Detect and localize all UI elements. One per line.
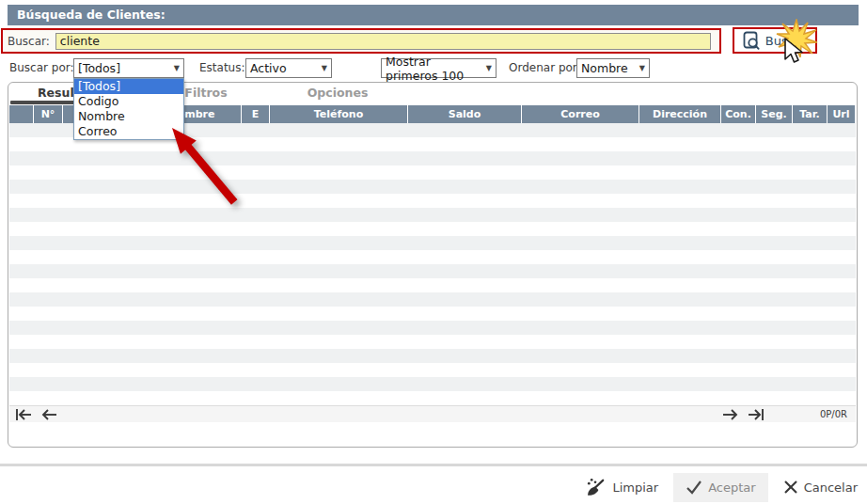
tab-filtros-label: Filtros [184,86,227,100]
footer-actions: Limpiar Aceptar Cancelar [0,472,858,502]
dropdown-option-correo[interactable]: Correo [74,124,183,139]
column-header-url[interactable]: Url [828,105,855,123]
estatus-value: Activo [250,61,287,75]
table-row [9,363,856,377]
limpiar-label: Limpiar [612,480,658,495]
dropdown-option-todos[interactable]: [Todos] [74,79,183,94]
table-row [9,321,856,335]
aceptar-button[interactable]: Aceptar [673,473,767,502]
next-page-icon[interactable] [720,408,739,421]
previous-page-icon[interactable] [40,408,59,421]
page-record-counter: 0P/0R [820,409,847,419]
table-row [9,307,856,321]
cancelar-button[interactable]: Cancelar [783,473,858,502]
column-header-telefono[interactable]: Teléfono [270,105,407,123]
table-row [9,292,856,307]
column-header-correo[interactable]: Correo [522,105,638,123]
close-icon [783,480,798,495]
dialog-title-bar: Búsqueda de Clientes: [8,5,859,25]
ordenar-por-value: Nombre [581,61,628,75]
table-row [9,165,856,180]
dropdown-option-nombre[interactable]: Nombre [74,109,183,124]
chevron-down-icon: ▼ [486,64,492,72]
buscar-por-value: [Todos] [78,61,120,75]
last-page-icon[interactable] [747,408,765,421]
dialog-title: Búsqueda de Clientes: [17,8,166,22]
column-header-empty[interactable] [9,105,33,123]
column-header-saldo[interactable]: Saldo [408,105,521,123]
client-search-dialog: Búsqueda de Clientes: Buscar: Buscar Bus… [0,0,867,504]
dropdown-option-codigo[interactable]: Codigo [74,94,183,109]
table-row [9,151,856,165]
aceptar-label: Aceptar [708,480,755,495]
column-header-con[interactable]: Con. [721,105,755,123]
buscar-button[interactable]: Buscar [733,27,817,54]
search-row: Buscar: [1,28,721,54]
broom-icon [585,477,607,498]
mostrar-select[interactable]: Mostrar primeros 100 ▼ [381,58,497,78]
mostrar-value: Mostrar primeros 100 [386,55,486,83]
tab-opciones[interactable]: Opciones [272,83,403,104]
table-row [9,391,856,405]
pagination-bar: 0P/0R [9,405,856,422]
table-row [9,180,856,194]
estatus-label: Estatus: [199,58,245,78]
table-row [9,349,856,363]
table-row [9,264,856,278]
table-row [9,278,856,292]
search-label: Buscar: [8,35,50,48]
table-body [9,123,856,405]
ordenar-por-label: Ordenar por: [509,58,581,78]
tab-bar: Resultados Filtros Opciones [8,83,403,104]
tab-opciones-label: Opciones [307,86,369,100]
estatus-select[interactable]: Activo ▼ [245,58,332,78]
buscar-por-select[interactable]: [Todos] ▼ [73,58,184,78]
buscar-por-dropdown-list: [Todos] Codigo Nombre Correo [73,78,184,140]
column-header-tar[interactable]: Tar. [793,105,827,123]
footer-divider [0,464,867,466]
buscar-por-label: Buscar por: [9,58,74,78]
chevron-down-icon: ▼ [322,64,327,72]
table-row [9,377,856,391]
limpiar-button[interactable]: Limpiar [585,473,658,502]
table-row [9,236,856,250]
table-row [9,335,856,349]
column-header-seg[interactable]: Seg. [756,105,792,123]
first-page-icon[interactable] [14,408,33,421]
table-row [9,250,856,264]
chevron-down-icon: ▼ [639,64,645,72]
column-header-direccion[interactable]: Dirección [639,105,720,123]
table-row [9,222,856,236]
column-header-e[interactable]: E [242,105,269,123]
search-input[interactable] [55,33,711,50]
search-icon [743,31,761,50]
table-row [9,194,856,208]
chevron-down-icon: ▼ [174,64,180,72]
column-header-numero[interactable]: N° [34,105,62,123]
table-row [9,208,856,222]
check-icon [686,480,702,495]
cancelar-label: Cancelar [804,480,858,495]
ordenar-por-select[interactable]: Nombre ▼ [576,58,650,78]
buscar-button-label: Buscar [765,34,807,48]
